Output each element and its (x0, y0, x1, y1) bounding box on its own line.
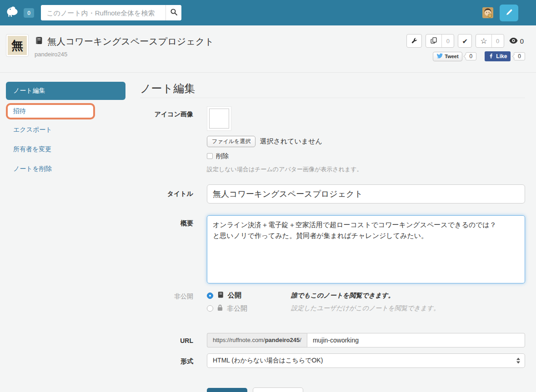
star-count[interactable]: 0 (491, 35, 504, 47)
note-toolbar: 0 ✔ ☆ 0 (406, 34, 525, 48)
url-row: URL https://ruffnote.com/pandeiro245/ (140, 333, 525, 347)
url-label: URL (140, 333, 207, 344)
fork-button-group: 0 (426, 34, 454, 48)
search-input[interactable] (41, 5, 165, 20)
title-label: タイトル (140, 184, 207, 198)
public-book-icon (217, 291, 224, 300)
book-icon (35, 36, 43, 47)
bird-logo-icon (6, 6, 20, 20)
public-option-label[interactable]: 公開 (228, 291, 241, 300)
url-slug-input[interactable] (307, 333, 525, 347)
edit-note-panel: ノート編集 アイコン画像 ファイルを選択 選択されていません 削除 (140, 82, 525, 392)
new-note-button[interactable] (500, 5, 518, 21)
cancel-button[interactable]: キャンセル (253, 387, 303, 392)
star-button-group: ☆ 0 (476, 34, 504, 48)
sidebar-item-export[interactable]: エクスポート (6, 121, 125, 139)
privacy-row: 非公開 公開 (140, 291, 525, 317)
format-label: 形式 (140, 353, 207, 366)
delete-icon-checkbox-label: 削除 (216, 152, 229, 160)
like-widget: Like 0 (485, 51, 525, 61)
url-input-group: https://ruffnote.com/pandeiro245/ (207, 333, 525, 347)
twitter-bird-icon (436, 53, 443, 60)
check-button[interactable]: ✔ (458, 34, 472, 48)
note-avatar[interactable]: 無 (6, 34, 29, 57)
sidebar-item-change-owner[interactable]: 所有者を変更 (6, 140, 125, 159)
sidebar-item-delete-note[interactable]: ノートを削除 (6, 160, 125, 178)
format-select[interactable]: HTML (わからない場合はこちらでOK) (207, 353, 525, 368)
icon-help-text: 設定しない場合はチームのアバター画像が表示されます。 (207, 165, 525, 174)
icon-image-preview (209, 109, 229, 129)
public-option-description: 誰でもこのノートを閲覧できます。 (291, 292, 395, 300)
format-select-value: HTML (わからない場合はこちらでOK) (213, 357, 323, 365)
select-arrows-icon (516, 357, 520, 363)
note-avatar-kanji: 無 (8, 36, 27, 55)
eye-icon (509, 37, 518, 45)
watch-count: 0 (520, 37, 524, 45)
delete-icon-checkbox-row[interactable]: 削除 (207, 152, 525, 160)
settings-sidebar: ノート編集 招待 エクスポート 所有者を変更 ノートを削除 (6, 82, 125, 392)
title-row: タイトル (140, 184, 525, 203)
star-button[interactable]: ☆ (476, 35, 491, 47)
search-button[interactable] (165, 5, 181, 20)
format-row: 形式 HTML (わからない場合はこちらでOK) (140, 353, 525, 368)
content-area: ノート編集 招待 エクスポート 所有者を変更 ノートを削除 ノート編集 アイコン… (0, 73, 536, 392)
tweet-count-bubble[interactable]: 0 (466, 52, 477, 60)
icon-image-label: アイコン画像 (140, 106, 207, 119)
search-box (41, 5, 181, 20)
note-header: 無 無人コワーキングスペースプロジェクト pandeiro245 (0, 25, 536, 73)
update-button[interactable]: 更新する (207, 388, 247, 392)
file-status-text: 選択されていません (260, 137, 322, 146)
app-root: 0 (0, 0, 536, 392)
privacy-option-private: 非公開 設定したユーザだけがこのノートを閲覧できます。 (207, 304, 525, 313)
tweet-button[interactable]: Tweet (433, 52, 462, 61)
home-logo-link[interactable]: 0 (6, 6, 34, 20)
fork-count[interactable]: 0 (441, 35, 454, 47)
private-lock-icon (217, 304, 223, 313)
title-input[interactable] (207, 184, 525, 203)
watch-counter: 0 (508, 37, 525, 45)
icon-image-row: アイコン画像 ファイルを選択 選択されていません 削除 設定しない場合はチームの… (140, 106, 525, 174)
sidebar-item-invite-highlighted[interactable]: 招待 (6, 103, 95, 119)
user-avatar[interactable] (482, 7, 493, 18)
pencil-icon (506, 9, 513, 17)
privacy-label: 非公開 (140, 291, 207, 301)
copy-icon (430, 37, 437, 45)
notification-count-badge[interactable]: 0 (24, 8, 34, 18)
settings-wrench-button[interactable] (406, 34, 422, 48)
like-button-label: Like (496, 53, 507, 60)
summary-textarea[interactable] (207, 215, 525, 283)
private-radio-unselected[interactable] (207, 305, 213, 312)
edit-note-form: アイコン画像 ファイルを選択 選択されていません 削除 設定しない場合はチームの… (140, 106, 525, 392)
summary-label: 概要 (140, 215, 207, 228)
sidebar-item-edit-note[interactable]: ノート編集 (6, 82, 125, 100)
search-icon (170, 8, 178, 17)
wrench-icon (411, 37, 418, 45)
private-option-label[interactable]: 非公開 (227, 304, 247, 313)
delete-icon-checkbox[interactable] (207, 153, 213, 159)
url-prefix-addon: https://ruffnote.com/pandeiro245/ (207, 333, 307, 347)
like-count-bubble[interactable]: 0 (514, 52, 525, 60)
form-actions-row: 更新する キャンセル (140, 387, 525, 392)
tweet-button-label: Tweet (445, 54, 458, 59)
fork-button[interactable] (426, 35, 441, 47)
note-title: 無人コワーキングスペースプロジェクト (47, 35, 214, 48)
privacy-option-public: 公開 誰でもこのノートを閲覧できます。 (207, 291, 525, 300)
facebook-f-icon (488, 53, 494, 60)
star-icon: ☆ (480, 37, 487, 45)
summary-row: 概要 (140, 215, 525, 283)
facebook-like-button[interactable]: Like (485, 51, 511, 61)
note-owner-username: pandeiro245 (35, 51, 214, 58)
choose-file-button[interactable]: ファイルを選択 (207, 136, 255, 147)
social-buttons: Tweet 0 Like 0 (433, 51, 525, 61)
private-option-description: 設定したユーザだけがこのノートを閲覧できます。 (291, 304, 440, 313)
note-header-right: 0 ✔ ☆ 0 (406, 34, 525, 61)
check-icon: ✔ (462, 38, 468, 45)
panel-heading: ノート編集 (140, 82, 525, 98)
note-title-block: 無人コワーキングスペースプロジェクト pandeiro245 (35, 34, 214, 58)
top-navbar: 0 (0, 0, 536, 25)
navbar-right (482, 5, 518, 21)
note-header-left: 無 無人コワーキングスペースプロジェクト pandeiro245 (6, 34, 214, 58)
public-radio-selected[interactable] (207, 293, 213, 299)
